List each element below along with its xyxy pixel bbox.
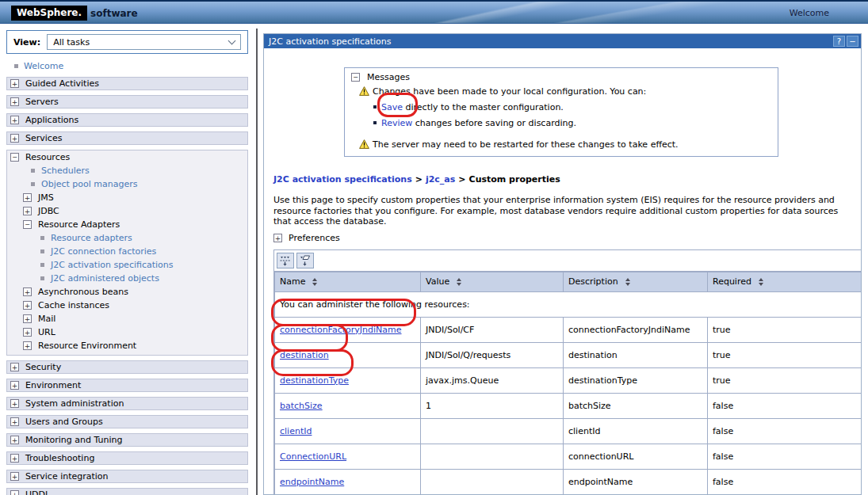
property-link-endpointName[interactable]: endpointName [280,477,344,487]
breadcrumb-j2c-activation-specifications[interactable]: J2C activation specifications [273,174,412,185]
sidebar-section-security[interactable]: Security [6,360,248,374]
property-link-destinationType[interactable]: destinationType [280,375,349,386]
sidebar-section-resources[interactable]: Resources [7,150,247,164]
column-header-required[interactable]: Required [708,272,862,291]
sort-icon[interactable] [625,278,630,286]
property-link-ConnectionURL[interactable]: ConnectionURL [280,451,346,462]
j2c-connection-factories-link[interactable]: J2C connection factories [51,246,156,257]
sidebar-item-jms[interactable]: JMS [7,191,247,204]
sidebar-section-users-and-groups[interactable]: Users and Groups [6,415,248,428]
banner-welcome-menu[interactable]: Welcome [790,8,829,18]
expand-icon[interactable] [10,472,19,481]
expand-icon[interactable] [10,399,19,408]
welcome-link[interactable]: Welcome [24,61,63,71]
property-required: false [708,393,862,418]
warning-icon [359,139,369,149]
expand-icon[interactable] [10,490,19,495]
section-label: System administration [25,398,124,409]
minimize-button[interactable]: − [847,36,858,47]
review-link[interactable]: Review [381,118,412,128]
expand-icon[interactable] [23,328,32,337]
expand-icon[interactable] [23,301,32,310]
clear-filter-button[interactable] [296,253,314,268]
expand-icon[interactable] [10,363,19,371]
sidebar-section-environment[interactable]: Environment [6,379,248,392]
column-header-name[interactable]: Name [275,272,421,291]
sidebar-section-troubleshooting[interactable]: Troubleshooting [6,451,248,465]
expand-icon[interactable] [23,207,32,215]
sidebar-item-asynchronous-beans[interactable]: Asynchronous beans [7,285,247,299]
sidebar-item-cache-instances[interactable]: Cache instances [7,299,247,312]
sidebar-item-object-pool-managers[interactable]: Object pool managers [7,177,247,191]
sidebar-item-j2c-administered-objects[interactable]: J2C administered objects [7,272,247,285]
resource-adapters-link[interactable]: Resource adapters [51,233,132,243]
expand-icon[interactable] [23,341,32,350]
property-link-connectionFactoryJndiName[interactable]: connectionFactoryJndiName [280,325,402,335]
sidebar-item-j2c-connection-factories[interactable]: J2C connection factories [7,245,247,258]
sort-icon[interactable] [759,278,763,286]
sidebar-section-servers[interactable]: Servers [6,95,248,109]
bullet-icon [14,64,18,68]
j2c-administered-objects-link[interactable]: J2C administered objects [51,273,159,284]
sidebar-section-system-administration[interactable]: System administration [6,397,248,410]
sidebar-section-service-integration[interactable]: Service integration [6,470,248,483]
expand-icon[interactable] [23,314,32,323]
expand-icon[interactable] [10,417,19,426]
bullet-icon [31,169,35,173]
branch-label: Asynchronous beans [38,287,128,297]
sidebar-section-services[interactable]: Services [6,131,248,145]
panel-divider[interactable] [256,29,258,495]
expand-icon[interactable] [10,381,19,390]
sidebar-section-uddi[interactable]: UDDI [6,488,248,495]
expand-icon[interactable] [10,79,19,88]
sidebar-section-applications[interactable]: Applications [6,113,248,127]
sidebar-item-jdbc[interactable]: JDBC [7,204,247,218]
review-bullet-text: changes before saving or discarding. [412,118,576,128]
messages-header: Messages [351,72,771,82]
sidebar-item-resource-adapters-link[interactable]: Resource adapters [7,231,247,245]
column-header-value[interactable]: Value [421,272,564,291]
bullet-icon [373,121,377,124]
collapse-icon[interactable] [23,220,32,229]
expand-icon[interactable] [10,97,19,106]
collapse-icon[interactable] [10,153,19,162]
sidebar-item-resource-adapters[interactable]: Resource Adapters [7,218,247,231]
property-value [421,418,564,444]
property-link-clientId[interactable]: clientId [280,426,312,436]
table-row: ConnectionURL connectionURL false [275,444,862,469]
column-header-description[interactable]: Description [564,272,708,291]
expand-icon[interactable] [23,287,32,296]
table-caption-row: You can administer the following resourc… [275,291,862,317]
expand-icon[interactable] [10,454,19,463]
expand-icon[interactable] [10,436,19,444]
sidebar-item-resource-environment[interactable]: Resource Environment [7,339,247,352]
sidebar-section-monitoring-and-tuning[interactable]: Monitoring and Tuning [6,433,248,447]
j2c-activation-specifications-link[interactable]: J2C activation specifications [51,260,174,270]
object-pool-managers-link[interactable]: Object pool managers [41,179,138,189]
breadcrumb-j2c-as[interactable]: j2c_as [426,174,455,185]
sidebar-item-mail[interactable]: Mail [7,312,247,326]
expand-icon[interactable] [273,234,282,242]
schedulers-link[interactable]: Schedulers [41,166,90,176]
preferences-toggle[interactable]: Preferences [273,233,861,244]
sidebar-item-schedulers[interactable]: Schedulers [7,164,247,177]
property-link-batchSize[interactable]: batchSize [280,401,323,411]
sidebar-item-url[interactable]: URL [7,326,247,339]
expand-icon[interactable] [23,193,32,202]
property-link-destination[interactable]: destination [280,350,329,360]
collapse-icon[interactable] [351,73,360,82]
expand-icon[interactable] [10,134,19,143]
save-link[interactable]: Save [381,102,403,112]
help-button[interactable]: ? [833,36,845,47]
bullet-icon [40,249,44,253]
table-row: clientId clientId false [275,418,862,444]
sort-icon[interactable] [457,278,461,286]
show-filter-button[interactable] [277,253,294,268]
view-dropdown[interactable]: All tasks [47,34,241,50]
sidebar-item-welcome[interactable]: Welcome [14,60,248,71]
sidebar-item-j2c-activation-specifications[interactable]: J2C activation specifications [7,258,247,272]
bullet-icon [31,182,35,186]
sort-icon[interactable] [312,278,317,286]
sidebar-section-guided-activities[interactable]: Guided Activities [6,77,248,90]
expand-icon[interactable] [10,116,19,124]
